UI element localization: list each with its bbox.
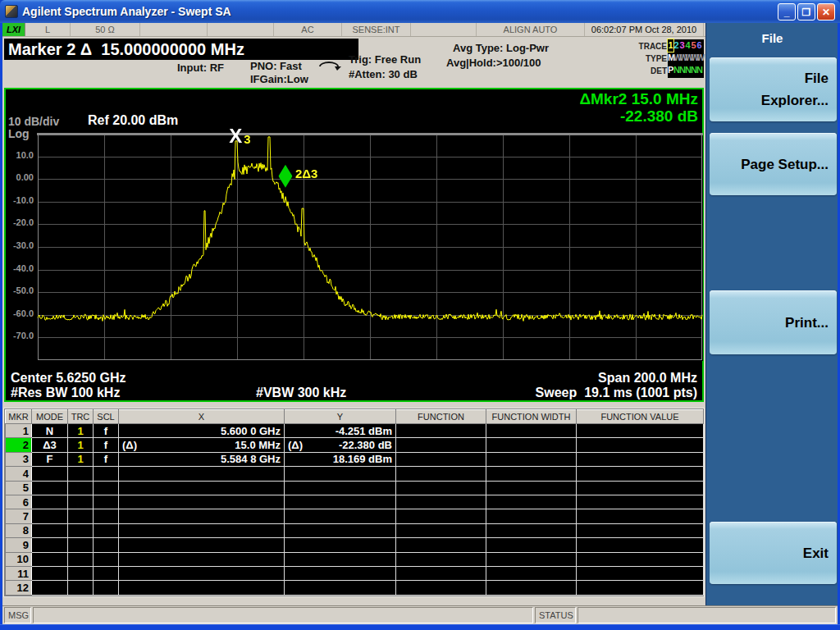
trace-type-2: W bbox=[673, 52, 679, 64]
message-area bbox=[33, 607, 533, 623]
title-bar[interactable]: Agilent Spectrum Analyzer - Swept SA _ ❒… bbox=[0, 0, 840, 23]
marker-function bbox=[396, 509, 486, 523]
spectrum-display: ΔMkr2 15.0 MHz -22.380 dB 10 dB/div Ref … bbox=[4, 88, 704, 402]
status-bar: LXI L50 ΩACSENSE:INTALIGN AUTO06:02:07 P… bbox=[2, 23, 705, 37]
y-axis-tick--60.0: -60.0 bbox=[6, 308, 34, 318]
y-axis-tick--10.0: -10.0 bbox=[6, 195, 34, 205]
marker-function-width bbox=[486, 552, 577, 566]
trace-num-5: 5 bbox=[691, 39, 696, 52]
marker-mode: F bbox=[32, 452, 68, 466]
col-header-function-value: FUNCTION VALUE bbox=[577, 410, 704, 424]
marker-mode bbox=[32, 538, 68, 552]
trace-num-6: 6 bbox=[696, 39, 702, 52]
marker-table-panel: MKRMODETRCSCLXYFUNCTIONFUNCTION WIDTHFUN… bbox=[4, 409, 704, 596]
trace-legend: 123456MWWWWWPNNNNN bbox=[668, 39, 704, 78]
marker-mode bbox=[32, 495, 68, 509]
marker-function-value bbox=[577, 481, 704, 495]
close-button[interactable]: ✕ bbox=[817, 3, 835, 21]
marker-y-value: (Δ)-22.380 dB bbox=[285, 438, 396, 452]
lxi-badge: LXI bbox=[2, 23, 25, 36]
marker-table-row-12: 12 bbox=[6, 581, 704, 595]
trace-type-3: W bbox=[679, 52, 685, 64]
page-setup-button[interactable]: Page Setup... bbox=[710, 133, 837, 195]
marker-mode bbox=[32, 509, 68, 523]
marker-scale bbox=[94, 538, 119, 552]
minimize-button[interactable]: _ bbox=[778, 3, 796, 21]
marker-function-width bbox=[486, 452, 577, 466]
print-button[interactable]: Print... bbox=[710, 290, 837, 354]
y-axis-tick--20.0: -20.0 bbox=[6, 217, 34, 227]
marker-table-row-6: 6 bbox=[6, 495, 704, 509]
status-cell-sense-int: SENSE:INT bbox=[342, 23, 411, 36]
marker-function bbox=[396, 467, 486, 481]
marker-trace bbox=[68, 467, 94, 481]
msg-label: MSG bbox=[4, 607, 31, 623]
marker-x-value bbox=[119, 552, 285, 566]
status-cell-50-: 50 Ω bbox=[71, 23, 140, 36]
window-border-left bbox=[0, 23, 2, 630]
marker-function-value bbox=[577, 581, 704, 595]
status-cell-empty bbox=[208, 23, 274, 36]
marker-function-width bbox=[486, 538, 577, 552]
marker-trace bbox=[68, 552, 94, 566]
exit-button[interactable]: Exit bbox=[710, 522, 837, 584]
status-cell-empty bbox=[140, 23, 208, 36]
trace-num-2: 2 bbox=[673, 39, 679, 52]
marker-mode bbox=[32, 552, 68, 566]
marker-function bbox=[396, 438, 486, 452]
marker-table: MKRMODETRCSCLXYFUNCTIONFUNCTION WIDTHFUN… bbox=[5, 409, 704, 596]
marker-mode: Δ3 bbox=[32, 438, 68, 452]
marker-trace bbox=[68, 481, 94, 495]
marker-scale bbox=[94, 523, 119, 537]
marker-function-width bbox=[486, 481, 577, 495]
marker-number: 6 bbox=[6, 495, 32, 509]
marker-number: 9 bbox=[6, 538, 32, 552]
continuous-sweep-icon bbox=[317, 60, 341, 72]
marker-function bbox=[396, 481, 486, 495]
file-explorer-button[interactable]: FileExplorer... bbox=[710, 57, 837, 121]
marker-trace bbox=[68, 581, 94, 595]
col-header-scl: SCL bbox=[94, 410, 119, 424]
application-window: Agilent Spectrum Analyzer - Swept SA _ ❒… bbox=[0, 0, 840, 630]
marker-trace bbox=[68, 566, 94, 580]
scale-per-div-label: 10 dB/div bbox=[8, 115, 59, 128]
trace-det-5: N bbox=[691, 64, 696, 76]
trace-det-4: N bbox=[685, 64, 691, 76]
marker-x-value: 5.600 0 GHz bbox=[119, 424, 285, 438]
marker-mode bbox=[32, 481, 68, 495]
marker-table-row-10: 10 bbox=[6, 552, 704, 566]
marker-table-row-5: 5 bbox=[6, 481, 704, 495]
status-label: STATUS bbox=[535, 607, 576, 623]
marker-function bbox=[396, 552, 486, 566]
marker-trace bbox=[68, 509, 94, 523]
marker-y-value bbox=[285, 467, 396, 481]
marker-x-value bbox=[119, 523, 285, 537]
marker-number: 3 bbox=[6, 452, 32, 466]
trace-num-1: 1 bbox=[668, 39, 673, 52]
marker-3-label: 3 bbox=[244, 132, 250, 146]
marker-table-row-7: 7 bbox=[6, 509, 704, 523]
marker-y-value bbox=[285, 495, 396, 509]
marker-scale bbox=[94, 566, 119, 580]
trace-type-5: W bbox=[691, 52, 696, 64]
marker-number: 10 bbox=[6, 552, 32, 566]
maximize-button[interactable]: ❒ bbox=[797, 3, 815, 21]
marker-number: 7 bbox=[6, 509, 32, 523]
marker-table-row-11: 11 bbox=[6, 566, 704, 580]
trace-num-3: 3 bbox=[679, 39, 685, 52]
col-header-x: X bbox=[119, 410, 285, 424]
marker-table-row-9: 9 bbox=[6, 538, 704, 552]
marker-function-value bbox=[577, 523, 704, 537]
marker-table-row-3: 3F1f5.584 8 GHz18.169 dBm bbox=[6, 452, 704, 466]
marker-scale bbox=[94, 495, 119, 509]
atten-annotation: #Atten: 30 dB bbox=[349, 68, 418, 80]
marker-function-value bbox=[577, 552, 704, 566]
marker-x-value bbox=[119, 566, 285, 580]
marker-number: 11 bbox=[6, 566, 32, 580]
marker-x-value: (Δ)15.0 MHz bbox=[119, 438, 285, 452]
marker-number: 1 bbox=[6, 424, 32, 438]
window-title: Agilent Spectrum Analyzer - Swept SA bbox=[22, 5, 231, 18]
marker-number: 2 bbox=[6, 438, 32, 452]
col-header-function-width: FUNCTION WIDTH bbox=[486, 410, 577, 424]
y-axis-tick-10.0: 10.0 bbox=[6, 150, 34, 160]
